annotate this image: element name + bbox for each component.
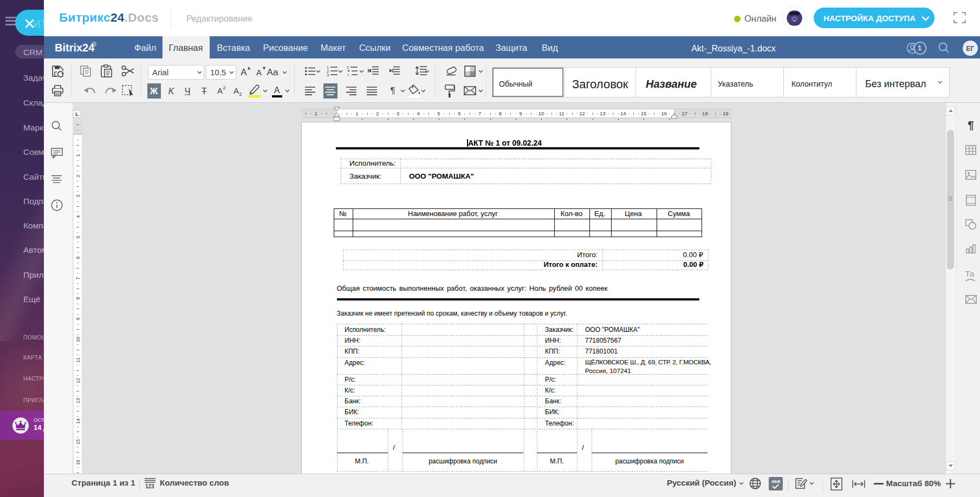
svg-text:3: 3	[327, 73, 329, 76]
svg-text:123: 123	[145, 483, 154, 489]
svg-text:1: 1	[347, 66, 349, 70]
svg-text:i: i	[348, 73, 349, 76]
